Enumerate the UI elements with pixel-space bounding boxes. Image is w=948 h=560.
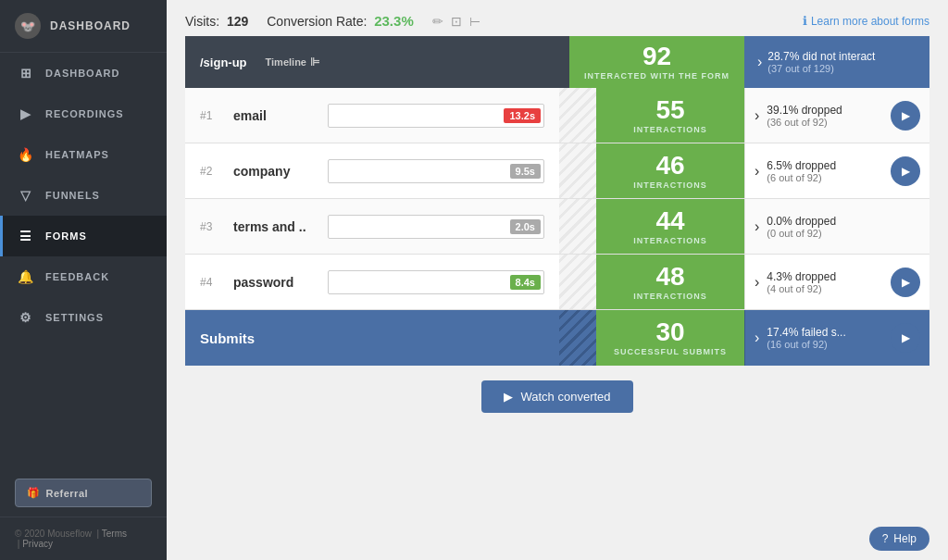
- field-right-2: › 6.5% dropped (6 out of 92) ▶: [744, 143, 929, 198]
- sidebar-logo-text: Dashboard: [50, 19, 131, 32]
- field-divider-2: [559, 143, 596, 198]
- field-number-4: #4: [200, 276, 222, 289]
- header-stats: Visits: 129 Conversion Rate: 23.3% ✏ ⊡ ⊢: [185, 13, 480, 29]
- field-stats-2: 46 INTERACTIONS: [596, 143, 744, 198]
- field-main-2: #2 company 9.5s: [185, 143, 559, 198]
- form-table: /sign-up Timeline ⊫ 92 INTERACTED WITH T…: [185, 36, 929, 366]
- sidebar-item-funnels[interactable]: ▽ Funnels: [0, 175, 167, 216]
- field-main-4: #4 password 8.4s: [185, 255, 559, 309]
- chevron-right-icon: ›: [757, 54, 762, 70]
- help-button[interactable]: ? Help: [869, 527, 929, 551]
- play-button-4[interactable]: ▶: [891, 268, 920, 297]
- play-button-2[interactable]: ▶: [891, 156, 920, 186]
- field-dropped-text-3: 0.0% dropped (0 out of 92): [767, 215, 920, 239]
- play-icon: ▶: [504, 390, 513, 404]
- field-right-1: › 39.1% dropped (36 out of 92) ▶: [744, 88, 929, 143]
- field-interactions-count-4: 48: [655, 264, 684, 290]
- watch-converted-container: ▶ Watch converted: [167, 366, 948, 428]
- info-icon: ℹ: [803, 14, 807, 28]
- field-interactions-count-1: 55: [655, 97, 684, 123]
- form-path-label: /sign-up: [200, 56, 247, 69]
- field-time-email: 13.2s: [504, 108, 541, 123]
- conversion-rate: Conversion Rate: 23.3%: [267, 13, 414, 29]
- sidebar-item-recordings[interactable]: ▶ Recordings: [0, 93, 167, 134]
- referral-label: Referral: [46, 488, 89, 499]
- visits-label: Visits: 129: [185, 14, 248, 29]
- chevron-icon-3: ›: [755, 218, 759, 235]
- submits-stats: 30 SUCCESSFUL SUBMITS: [596, 310, 744, 366]
- sidebar-label-dashboard: Dashboard: [45, 68, 120, 79]
- sidebar-label-settings: Settings: [45, 312, 104, 323]
- sidebar-logo: 🐭 Dashboard: [0, 0, 167, 53]
- filter-icon: ⊫: [310, 56, 319, 68]
- dashboard-icon: ⊞: [18, 65, 34, 81]
- visits-value: 129: [227, 14, 248, 29]
- field-name-terms: terms and ..: [233, 219, 317, 234]
- sidebar-label-funnels: Funnels: [45, 190, 100, 201]
- submits-row: Submits 30 SUCCESSFUL SUBMITS › 17.4% fa…: [185, 310, 929, 366]
- field-time-company: 9.5s: [510, 164, 541, 179]
- field-row-3: #3 terms and .. 2.0s 44 INTERACTIONS › 0…: [185, 199, 929, 255]
- logo-icon: 🐭: [15, 13, 41, 39]
- field-name-email: email: [233, 108, 317, 123]
- save-icon[interactable]: ⊡: [451, 14, 462, 29]
- field-row-4: #4 password 8.4s 48 INTERACTIONS › 4.3% …: [185, 255, 929, 310]
- field-row-2: #2 company 9.5s 46 INTERACTIONS › 6.5% d…: [185, 143, 929, 199]
- field-stats-3: 44 INTERACTIONS: [596, 199, 744, 254]
- submits-count: 30: [655, 319, 684, 345]
- field-time-terms: 2.0s: [510, 219, 541, 234]
- sidebar-footer: © 2020 Mouseflow | Terms | Privacy: [0, 516, 167, 560]
- edit-icon[interactable]: ✏: [432, 14, 443, 29]
- sidebar-item-feedback[interactable]: 🔔 Feedback: [0, 256, 167, 297]
- field-divider-3: [559, 199, 596, 254]
- field-interactions-label-2: INTERACTIONS: [633, 180, 707, 190]
- submits-main: Submits: [185, 310, 559, 366]
- export-icon[interactable]: ⊢: [469, 14, 480, 29]
- field-row-1: #1 email 13.2s 55 INTERACTIONS › 39.1% d…: [185, 88, 929, 143]
- funnels-icon: ▽: [18, 187, 34, 204]
- field-interactions-label-4: INTERACTIONS: [633, 292, 707, 301]
- sidebar-item-forms[interactable]: ☰ Forms: [0, 216, 167, 256]
- footer-copyright: © 2020 Mouseflow: [15, 529, 92, 539]
- field-stats-1: 55 INTERACTIONS: [596, 88, 744, 143]
- form-interacted-stats: 92 INTERACTED WITH THE FORM: [569, 36, 744, 88]
- field-number-1: #1: [200, 109, 222, 122]
- field-name-company: company: [233, 164, 317, 179]
- sidebar-item-dashboard[interactable]: ⊞ Dashboard: [0, 53, 167, 93]
- submits-divider: [559, 310, 596, 366]
- sidebar-label-feedback: Feedback: [45, 271, 109, 282]
- field-main-3: #3 terms and .. 2.0s: [185, 199, 559, 254]
- chevron-icon-1: ›: [755, 107, 759, 124]
- play-button-1[interactable]: ▶: [891, 101, 920, 131]
- heatmaps-icon: 🔥: [18, 146, 34, 163]
- field-input-area-1: 13.2s: [328, 104, 544, 128]
- field-interactions-label-3: INTERACTIONS: [633, 236, 707, 245]
- sidebar-item-settings[interactable]: ⚙ Settings: [0, 297, 167, 338]
- field-interactions-count-2: 46: [655, 153, 684, 179]
- field-interactions-label-1: INTERACTIONS: [633, 125, 707, 134]
- sidebar: 🐭 Dashboard ⊞ Dashboard ▶ Recordings 🔥 H…: [0, 0, 167, 560]
- settings-icon: ⚙: [18, 309, 34, 326]
- learn-more-link[interactable]: ℹ Learn more about forms: [803, 14, 929, 28]
- watch-converted-button[interactable]: ▶ Watch converted: [481, 380, 632, 413]
- submits-right-text: 17.4% failed s... (16 out of 92): [767, 326, 883, 350]
- field-dropped-text-4: 4.3% dropped (4 out of 92): [767, 270, 883, 294]
- forms-icon: ☰: [18, 228, 34, 244]
- footer-terms[interactable]: Terms: [102, 529, 127, 539]
- footer-privacy[interactable]: Privacy: [22, 539, 53, 549]
- chevron-icon-2: ›: [755, 163, 759, 180]
- interacted-label: INTERACTED WITH THE FORM: [584, 71, 730, 81]
- form-did-not-interact: › 28.7% did not interact (37 out of 129): [744, 36, 929, 88]
- field-divider-4: [559, 255, 596, 309]
- sidebar-item-heatmaps[interactable]: 🔥 Heatmaps: [0, 134, 167, 175]
- help-label: Help: [893, 532, 917, 545]
- field-input-area-4: 8.4s: [328, 270, 544, 294]
- field-number-3: #3: [200, 220, 222, 233]
- timeline-label: Timeline ⊫: [266, 56, 319, 68]
- conversion-value: 23.3%: [374, 13, 414, 29]
- submits-play-button[interactable]: ▶: [891, 323, 920, 353]
- referral-icon: 🎁: [27, 487, 41, 499]
- sidebar-label-forms: Forms: [45, 230, 87, 242]
- field-input-area-3: 2.0s: [328, 215, 544, 239]
- referral-button[interactable]: 🎁 Referral: [15, 479, 152, 507]
